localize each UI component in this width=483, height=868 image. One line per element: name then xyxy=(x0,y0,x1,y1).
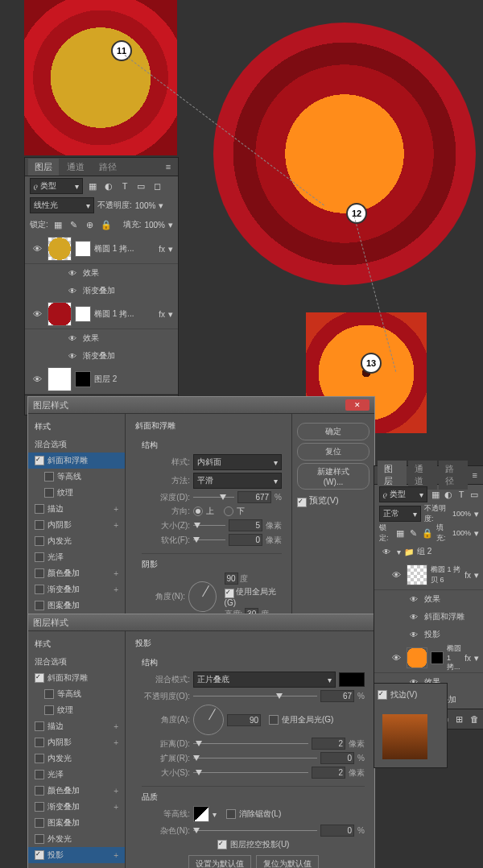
distance-input[interactable]: 2 xyxy=(312,738,345,750)
noise-input[interactable]: 0 xyxy=(320,825,354,837)
layer-item[interactable]: 👁 椭圆 1 拷... fx▾ xyxy=(374,643,483,673)
dir-down-radio[interactable] xyxy=(224,506,233,516)
tab-layers[interactable]: 图层 xyxy=(28,159,59,176)
soften-input[interactable]: 0 xyxy=(229,534,262,546)
visibility-icon[interactable]: 👁 xyxy=(389,570,403,580)
lock-pos-icon[interactable]: ⊕ xyxy=(84,218,97,231)
visibility-icon[interactable]: 👁 xyxy=(65,287,80,296)
style-drop-shadow[interactable]: 投影+ xyxy=(28,847,125,863)
contour-thumb[interactable] xyxy=(193,806,209,822)
filter-pixel-icon[interactable]: ▦ xyxy=(431,488,440,501)
visibility-icon[interactable]: 👁 xyxy=(65,269,80,278)
size-input[interactable]: 5 xyxy=(229,519,262,531)
style-inner-glow[interactable]: 内发光 xyxy=(28,750,125,767)
style-outer-glow[interactable]: 外发光 xyxy=(28,831,125,847)
opacity-value[interactable]: 100% xyxy=(135,201,156,210)
fx-badge[interactable]: fx xyxy=(464,654,471,663)
opacity-value[interactable]: 100% xyxy=(452,510,471,518)
lock-pixels-icon[interactable]: ✎ xyxy=(408,527,418,539)
layer-item[interactable]: 👁 椭圆 1 拷贝 6 fx▾ xyxy=(374,560,483,590)
tab-channels[interactable]: 通道 xyxy=(60,159,91,176)
blend-mode-select[interactable]: 线性光▾ xyxy=(30,197,94,213)
antialias-check[interactable] xyxy=(226,809,236,819)
global-light-check[interactable] xyxy=(269,715,279,725)
depth-slider[interactable] xyxy=(193,493,234,502)
style-bevel[interactable]: 斜面和浮雕 xyxy=(28,670,125,686)
effects-label[interactable]: 效果 xyxy=(83,333,99,344)
size-slider[interactable] xyxy=(193,521,225,531)
effect-gradient-overlay[interactable]: 渐变叠加 xyxy=(83,285,115,296)
layer-name[interactable]: 椭圆 1 拷... xyxy=(94,243,155,254)
shadow-size-input[interactable]: 2 xyxy=(312,767,345,779)
style-satin[interactable]: 光泽 xyxy=(28,767,125,783)
style-contour[interactable]: 等高线 xyxy=(28,469,125,485)
new-style-button[interactable]: 新建样式(W)... xyxy=(297,463,369,490)
depth-input[interactable]: 677 xyxy=(237,491,271,503)
visibility-icon[interactable]: 👁 xyxy=(407,595,421,604)
style-texture[interactable]: 纹理 xyxy=(28,702,125,718)
noise-slider[interactable] xyxy=(193,826,317,836)
close-button[interactable]: ✕ xyxy=(345,399,369,411)
style-inner-glow[interactable]: 内发光 xyxy=(28,533,125,549)
styles-header[interactable]: 样式 xyxy=(28,634,125,654)
spread-slider[interactable] xyxy=(193,754,317,763)
visibility-icon[interactable]: 👁 xyxy=(30,374,44,384)
shadow-angle-dial[interactable] xyxy=(193,705,224,735)
effect-gradient-overlay[interactable]: 渐变叠加 xyxy=(83,350,115,362)
style-contour[interactable]: 等高线 xyxy=(28,686,125,702)
style-inner-shadow[interactable]: 内阴影+ xyxy=(28,734,125,750)
effect-drop-shadow[interactable]: 投影 xyxy=(424,629,440,640)
visibility-icon[interactable]: 👁 xyxy=(407,630,421,639)
fill-value[interactable]: 100% xyxy=(452,529,471,537)
layer-name[interactable]: 椭圆 1 拷... xyxy=(447,643,461,672)
group-name[interactable]: 组 2 xyxy=(417,546,431,557)
delete-icon[interactable]: 🗑 xyxy=(470,713,479,725)
blending-options[interactable]: 混合选项 xyxy=(28,436,125,453)
layer-name[interactable]: 椭圆 1 拷贝 6 xyxy=(431,564,461,585)
soften-slider[interactable] xyxy=(193,535,225,545)
layer-item[interactable]: 👁 椭圆 1 拷... fx▾ xyxy=(25,234,178,264)
style-inner-shadow[interactable]: 内阴影+ xyxy=(28,517,125,533)
layer-kind-filter[interactable]: 𝜌 类型▾ xyxy=(379,486,427,502)
lock-all-icon[interactable]: 🔒 xyxy=(100,218,113,231)
style-bevel[interactable]: 斜面和浮雕 xyxy=(28,453,125,469)
shadow-color[interactable] xyxy=(339,672,365,687)
layer-name[interactable]: 图层 2 xyxy=(94,374,173,385)
style-gradient-overlay[interactable]: 渐变叠加+ xyxy=(28,799,125,815)
fill-value[interactable]: 100% xyxy=(144,221,165,229)
filter-adjust-icon[interactable]: ◐ xyxy=(444,488,453,501)
style-satin[interactable]: 光泽 xyxy=(28,549,125,565)
bevel-technique-select[interactable]: 平滑▾ xyxy=(193,473,282,489)
blend-mode-select[interactable]: 正常▾ xyxy=(379,506,421,522)
filter-shape-icon[interactable]: ▭ xyxy=(469,488,479,501)
layer-item[interactable]: 👁 图层 2 xyxy=(25,365,178,395)
filter-shape-icon[interactable]: ▭ xyxy=(134,180,147,192)
filter-text-icon[interactable]: T xyxy=(118,180,131,192)
filter-smart-icon[interactable]: ◻ xyxy=(151,180,163,192)
tab-layers[interactable]: 图层 xyxy=(378,461,407,490)
ok-button[interactable]: 确定 xyxy=(297,423,369,440)
visibility-icon[interactable]: 👁 xyxy=(30,244,44,254)
visibility-icon[interactable]: 👁 xyxy=(379,548,394,556)
make-default-button[interactable]: 设置为默认值 xyxy=(188,855,251,868)
panel-menu-icon[interactable]: ≡ xyxy=(162,160,175,173)
effect-bevel[interactable]: 斜面和浮雕 xyxy=(424,611,464,622)
reset-default-button[interactable]: 复位为默认值 xyxy=(256,855,319,868)
style-pattern-overlay[interactable]: 图案叠加 xyxy=(28,815,125,831)
style-color-overlay[interactable]: 颜色叠加+ xyxy=(28,783,125,799)
distance-slider[interactable] xyxy=(193,739,308,749)
style-color-overlay[interactable]: 颜色叠加+ xyxy=(28,565,125,581)
lock-all-icon[interactable]: 🔒 xyxy=(422,527,433,539)
preview-check[interactable] xyxy=(297,498,307,507)
shadow-size-slider[interactable] xyxy=(193,768,308,778)
effects-label[interactable]: 效果 xyxy=(83,267,99,279)
shadow-opacity-slider[interactable] xyxy=(193,692,317,701)
shadow-blend-select[interactable]: 正片叠底▾ xyxy=(193,672,336,688)
props-check[interactable] xyxy=(378,690,387,700)
layer-kind-filter[interactable]: 𝜌 类型▾ xyxy=(30,178,83,194)
shadow-opacity-input[interactable]: 67 xyxy=(320,690,354,702)
effects-label[interactable]: 效果 xyxy=(424,593,440,605)
style-texture[interactable]: 纹理 xyxy=(28,485,125,501)
filter-adjust-icon[interactable]: ◐ xyxy=(102,180,115,192)
filter-text-icon[interactable]: T xyxy=(456,488,466,501)
